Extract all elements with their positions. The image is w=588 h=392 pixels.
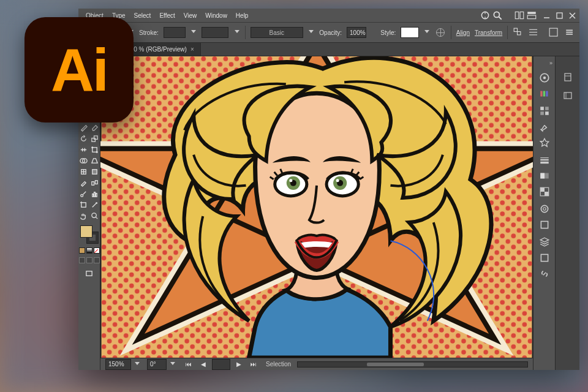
scale-tool[interactable] — [90, 134, 100, 143]
color-mode-color[interactable] — [79, 247, 85, 254]
draw-behind[interactable] — [86, 257, 92, 263]
horizontal-scrollbar[interactable] — [297, 361, 528, 368]
stroke-weight-dropdown[interactable] — [190, 29, 197, 36]
style-label: Style: — [380, 29, 396, 36]
svg-rect-12 — [518, 32, 521, 35]
symbols-panel-icon[interactable] — [539, 137, 550, 148]
swatches-panel-icon[interactable] — [539, 105, 550, 116]
svg-rect-81 — [541, 254, 548, 261]
canvas[interactable] — [100, 56, 533, 358]
tab-close-icon[interactable]: × — [190, 46, 194, 53]
brushes-panel-icon[interactable] — [539, 121, 550, 132]
graphic-styles-panel-icon[interactable] — [539, 219, 550, 230]
search-icon[interactable] — [492, 10, 503, 21]
color-mode-gradient[interactable] — [86, 247, 92, 254]
fill-color[interactable] — [80, 225, 92, 238]
isolate-icon[interactable] — [513, 26, 523, 39]
brush-definition[interactable]: Basic — [251, 27, 303, 38]
gradient-panel-icon[interactable] — [539, 170, 550, 181]
appearance-panel-icon[interactable] — [539, 203, 550, 214]
brush-dropdown[interactable] — [308, 29, 314, 36]
align-to-icon[interactable] — [528, 26, 538, 39]
svg-rect-11 — [514, 29, 517, 32]
color-mode-none[interactable] — [94, 247, 100, 254]
free-transform-tool[interactable] — [90, 145, 100, 154]
prefs-icon[interactable] — [548, 26, 559, 39]
panel-expand-icon[interactable]: » — [549, 60, 552, 66]
menubar: Object Type Select Effect View Window He… — [78, 9, 579, 22]
opacity-field[interactable]: 100% — [347, 27, 366, 38]
artboard-nav-first[interactable]: ⏮ — [183, 358, 195, 371]
svg-rect-35 — [95, 180, 97, 184]
libraries-panel-icon[interactable] — [563, 72, 573, 82]
rotate-tool[interactable] — [79, 134, 89, 143]
hand-tool[interactable] — [79, 211, 89, 221]
menu-help[interactable]: Help — [232, 12, 252, 19]
layers-panel-icon[interactable] — [539, 236, 550, 247]
mesh-tool[interactable] — [79, 167, 89, 176]
statusbar: 150% 0° ⏮◀▶⏭ Selection — [100, 358, 533, 370]
graphic-style-swatch[interactable] — [401, 27, 419, 38]
vwp-dropdown[interactable] — [233, 29, 239, 36]
svg-rect-68 — [540, 111, 544, 115]
artwork — [100, 56, 533, 358]
window-close-button[interactable] — [569, 12, 576, 19]
width-tool[interactable] — [79, 145, 89, 154]
arrange-documents-icon[interactable] — [514, 10, 525, 21]
stroke-weight-field[interactable] — [164, 27, 186, 38]
color-panel-icon[interactable] — [539, 72, 550, 83]
window-maximize-button[interactable] — [556, 12, 563, 19]
shape-builder-tool[interactable] — [79, 156, 89, 165]
shaper-tool[interactable] — [79, 123, 89, 132]
symbol-sprayer-tool[interactable] — [79, 189, 89, 198]
zoom-field[interactable]: 150% — [105, 359, 131, 370]
svg-rect-34 — [92, 181, 94, 185]
menu-select[interactable]: Select — [130, 12, 155, 19]
svg-rect-33 — [92, 169, 97, 173]
style-dropdown[interactable] — [424, 29, 430, 36]
document-tabbar: verted].eps* @ 150 % (RGB/Preview) × — [78, 43, 579, 56]
workspace-switcher-icon[interactable] — [526, 10, 537, 21]
gradient-tool[interactable] — [90, 167, 100, 176]
rotate-view-field[interactable]: 0° — [147, 359, 167, 370]
menu-view[interactable]: View — [180, 12, 201, 19]
fill-stroke-control[interactable] — [80, 225, 99, 244]
links-panel-icon[interactable] — [539, 268, 550, 279]
artboard-nav-prev[interactable]: ◀ — [197, 358, 209, 371]
transform-link[interactable]: Transform — [475, 29, 502, 36]
align-link[interactable]: Align — [456, 29, 470, 36]
blend-tool[interactable] — [90, 178, 100, 187]
eraser-tool[interactable] — [90, 123, 100, 132]
panel-menu-icon[interactable] — [564, 26, 575, 39]
color-guide-icon[interactable] — [539, 88, 550, 99]
artboard-nav-last[interactable]: ⏭ — [247, 358, 260, 371]
properties-panel-icon[interactable] — [563, 91, 573, 100]
screen-mode-button[interactable] — [85, 268, 94, 278]
screen-mode-row — [79, 257, 100, 263]
variable-width-profile[interactable] — [202, 27, 228, 38]
menu-window[interactable]: Window — [202, 12, 231, 19]
sync-icon[interactable] — [480, 10, 491, 21]
menu-effect[interactable]: Effect — [156, 12, 178, 19]
draw-normal[interactable] — [79, 257, 85, 263]
recolor-icon[interactable] — [435, 26, 446, 39]
rotate-dropdown[interactable] — [169, 361, 176, 368]
zoom-tool[interactable] — [90, 211, 100, 221]
svg-rect-16 — [550, 29, 558, 37]
window-minimize-button[interactable] — [543, 12, 550, 19]
stroke-panel-icon[interactable] — [539, 154, 550, 165]
graph-tool[interactable] — [90, 189, 100, 198]
artboard-tool[interactable] — [79, 200, 89, 209]
slice-tool[interactable] — [90, 200, 100, 209]
draw-inside[interactable] — [94, 257, 100, 263]
transparency-panel-icon[interactable] — [539, 186, 550, 197]
svg-rect-65 — [546, 91, 548, 97]
artboard-number[interactable] — [212, 359, 230, 370]
perspective-tool[interactable] — [90, 156, 100, 165]
zoom-dropdown[interactable] — [134, 361, 141, 368]
artboards-panel-icon[interactable] — [539, 252, 550, 263]
panel-dock — [555, 56, 579, 370]
artboard-nav-next[interactable]: ▶ — [233, 358, 245, 371]
svg-line-2 — [499, 17, 502, 20]
eyedropper-tool[interactable] — [79, 178, 89, 187]
